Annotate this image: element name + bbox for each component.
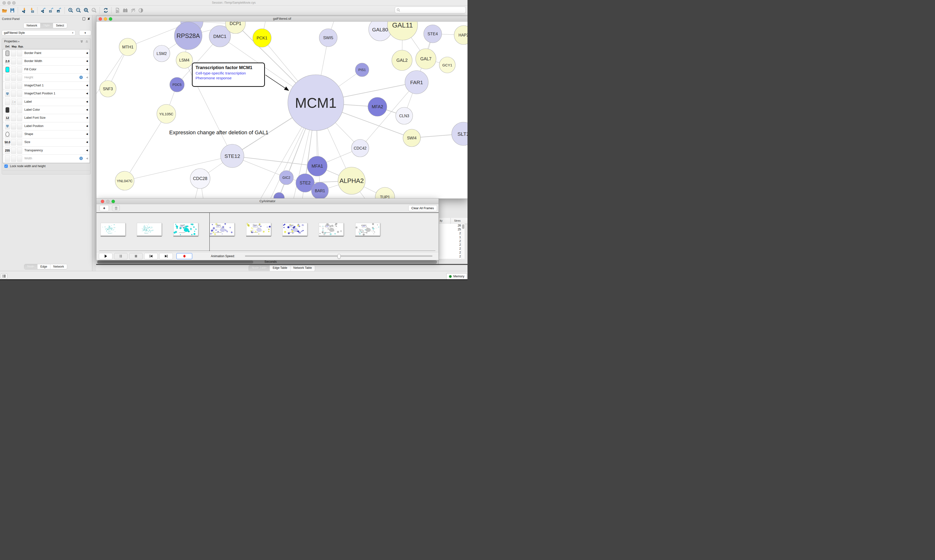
expand-property-icon[interactable]: ◀ [86,157,88,160]
property-row-border-width[interactable]: 2.0Border Width◀ [3,57,89,65]
expand-property-icon[interactable]: ◀ [86,116,88,119]
timeline-frame-1s[interactable] [137,223,162,236]
network-node-cdc28[interactable]: CDC28 [190,169,210,189]
network-node-ste4[interactable]: STE4 [424,25,442,43]
record-button[interactable] [176,253,192,259]
task-history-button[interactable] [1,274,7,279]
close-panel-icon[interactable]: ✘ [87,17,90,20]
network-node-snf3[interactable]: SNF3 [100,80,116,97]
network-node-hap2[interactable]: HAP2 [454,26,468,45]
import-network-icon[interactable] [20,6,28,14]
expand-property-icon[interactable]: ◀ [86,125,88,127]
slider-thumb[interactable] [338,254,341,259]
network-node-lsm2[interactable]: LSM2 [153,45,170,62]
animation-timeline[interactable]: 0123456789Seconds [96,213,438,251]
expand-property-icon[interactable]: ◀ [86,141,88,143]
play-button[interactable] [99,253,113,259]
property-row-label-font-size[interactable]: 12Label Font Size◀ [3,114,89,122]
property-row-shape[interactable]: Shape◀ [3,131,89,138]
clear-all-frames-button[interactable]: Clear All Frames [408,205,437,211]
network-node-cln3[interactable]: CLN3 [396,107,413,124]
tab-network[interactable]: Network [50,264,67,269]
export-table-icon[interactable] [47,6,55,14]
network-node-np1[interactable] [274,192,284,198]
property-row-transparency[interactable]: 255Transparency◀ [3,147,89,155]
timeline-frame-5s[interactable] [282,223,307,236]
annotation-link[interactable]: Pheromone response [196,76,261,80]
expand-property-icon[interactable]: ◀ [86,68,88,71]
import-table-icon[interactable] [28,6,35,14]
network-node-swi4[interactable]: SWI4 [403,129,421,147]
table-cell-value[interactable]: 26 [439,224,461,228]
find-icon[interactable] [121,6,129,14]
network-node-alpha2[interactable]: ALPHA2 [338,167,365,194]
tab-node[interactable]: Node [24,264,37,269]
network-node-far1[interactable]: FAR1 [405,71,428,94]
network-node-pdc5[interactable]: PDC5 [170,77,184,92]
tab-style[interactable]: Style [40,23,53,28]
add-frame-button[interactable]: + [100,205,109,211]
tab-edge-table[interactable]: Edge Table [270,265,290,271]
collapse-all-icon[interactable] [85,40,88,43]
network-caption[interactable]: Expression change after deletion of GAL1 [169,129,268,136]
table-cell-value[interactable]: 2 [439,255,461,258]
table-column-ity[interactable]: ity [440,219,443,222]
network-file-icon[interactable] [113,6,121,14]
expand-property-icon[interactable]: ◀ [86,149,88,152]
export-network-icon[interactable] [39,6,47,14]
network-node-gcy1[interactable]: GCY1 [439,57,455,73]
hide-icon[interactable] [129,6,137,14]
table-cell-value[interactable]: 2 [439,243,461,247]
network-node-tup1[interactable]: TUP1 [375,187,395,198]
property-row-border-paint[interactable]: Border Paint◀ [3,49,89,57]
memory-button[interactable]: Memory [446,273,467,280]
apply-layout-icon[interactable] [102,6,110,14]
table-rows[interactable]: 26252122222 [439,224,461,259]
expand-property-icon[interactable]: ◀ [86,84,88,86]
stop-button[interactable] [129,253,143,259]
property-row-label[interactable]: ⋮›Label◀ [3,98,89,106]
contrast-icon[interactable] [137,6,145,14]
timeline-frame-0s[interactable] [100,223,125,236]
property-row-label-color[interactable]: Label Color◀ [3,106,89,114]
expand-property-icon[interactable]: ◀ [86,132,88,135]
zoom-out-icon[interactable] [74,6,82,14]
pause-button[interactable] [114,253,128,259]
lock-node-size-checkbox[interactable]: ✓ Lock node width and height [5,165,46,168]
timeline-frame-7s[interactable] [355,223,380,236]
network-node-gal11[interactable]: GAL11 [387,22,418,40]
table-cell-value[interactable]: 2 [439,247,461,251]
export-image-icon[interactable] [55,6,63,14]
network-node-rps28a[interactable]: RPS28A [174,22,202,50]
network-node-swi5[interactable]: SWI5 [319,29,337,47]
zoom-selected-icon[interactable] [90,6,98,14]
timeline-frame-2s[interactable] [173,223,198,236]
expand-property-icon[interactable]: ◀ [86,100,88,103]
network-canvas[interactable]: RPS28ADMC1DCP1PCK1SWI5GAL80GAL11STE4HAP2… [96,22,468,198]
timeline-frame-3s[interactable] [210,223,235,236]
zoom-fit-icon[interactable] [82,6,90,14]
property-row-size[interactable]: 50.0Size◀ [3,138,89,146]
timeline-frame-6s[interactable] [319,223,344,236]
table-cell-value[interactable]: 2 [439,232,461,235]
network-node-mfa2[interactable]: MFA2 [368,97,387,116]
network-node-lsm4[interactable]: LSM4 [176,52,193,68]
network-node-cdc42[interactable]: CDC42 [351,139,369,157]
network-node-pis1[interactable]: PIS1 [355,63,369,77]
table-cell-value[interactable]: 2 [439,239,461,243]
network-node-gal7[interactable]: GAL7 [416,49,436,69]
next-frame-button[interactable] [159,253,173,259]
network-node-gal2[interactable]: GAL2 [392,50,412,71]
expand-property-icon[interactable]: ◀ [86,60,88,62]
table-cell-value[interactable]: 2 [439,251,461,255]
search-input[interactable] [395,6,466,13]
float-panel-icon[interactable] [83,17,85,20]
network-node-gic2[interactable]: GIC2 [279,171,293,185]
timeline-frame-4s[interactable] [246,223,271,236]
network-node-bar1[interactable]: BAR1 [312,182,329,198]
network-node-pck1[interactable]: PCK1 [253,29,271,47]
network-node-ste12[interactable]: STE12 [221,144,244,168]
previous-frame-button[interactable] [144,253,158,259]
style-options-button[interactable]: ▼ [79,30,91,35]
property-row-image-chart-1[interactable]: Image/Chart 1◀ [3,82,89,90]
